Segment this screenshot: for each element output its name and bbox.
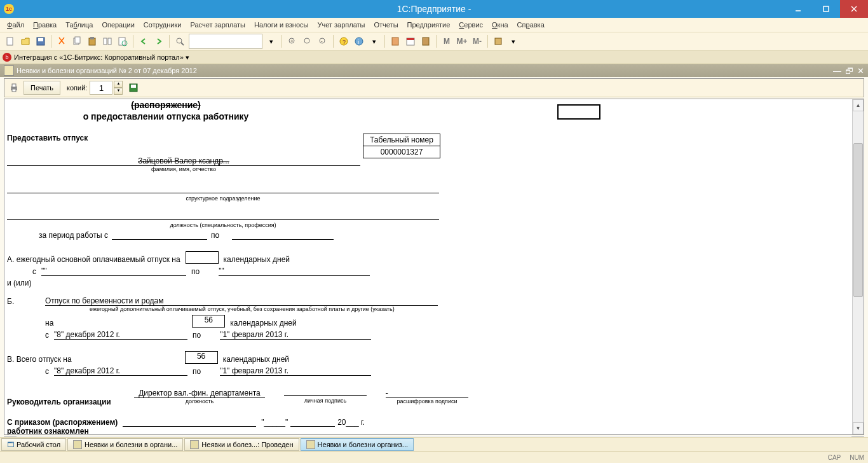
calc-icon[interactable] [388,34,402,48]
menu-operations[interactable]: Операции [97,20,139,30]
menu-service[interactable]: Сервис [454,20,487,30]
copies-spinner[interactable]: ▲▼ [114,81,123,95]
menu-edit[interactable]: Правка [29,20,61,30]
svg-rect-11 [104,38,107,45]
menu-file[interactable]: Файл [3,20,29,30]
compare-icon[interactable] [100,34,114,48]
vertical-scrollbar[interactable]: ▲ ▼ [852,99,864,434]
menu-help[interactable]: Справка [513,20,549,30]
tab-number-header: Табельный номер [363,134,440,146]
status-num: NUM [850,454,864,461]
print-preview-icon[interactable] [116,34,130,48]
status-cap: CAP [828,454,841,461]
svg-text:+: + [290,38,294,44]
open-icon[interactable] [18,34,32,48]
memory-m-button[interactable]: M [440,34,454,48]
minimize-button[interactable] [784,0,812,18]
position-caption: должность (специальность, профессия) [7,222,439,228]
menu-employees[interactable]: Сотрудники [139,20,186,30]
leave-type-caption: ежегодный дополнительный оплачиваемый от… [45,306,522,312]
menu-enterprise[interactable]: Предприятие [403,20,455,30]
window-title: 1C:Предприятие - [0,4,868,14]
bitrix-label: Интеграция с «1С-Битрикс: Корпоративный … [14,53,189,62]
zoom-in-icon[interactable]: + [285,34,299,48]
svg-point-15 [177,38,182,43]
status-bar: CAP NUM [0,451,868,463]
menu-windows[interactable]: Окна [487,20,513,30]
sig-position-caption: должность [134,398,265,404]
section-v-label: В. Всего отпуск на [7,355,72,364]
section-b-label: Б. [7,297,45,306]
scroll-up-icon[interactable]: ▲ [853,99,864,111]
leave-type-text: Отпуск по беременности и родам [45,296,438,306]
scroll-thumb[interactable] [853,143,863,297]
paste-icon[interactable] [85,34,99,48]
new-doc-icon[interactable] [3,34,17,48]
memory-mplus-button[interactable]: M+ [455,34,469,48]
date-to-total: "1" февраля 2013 г. [220,366,371,376]
copies-input[interactable] [90,81,112,95]
menu-table[interactable]: Таблица [61,20,97,30]
dept-caption: структурное подразделение [7,195,439,202]
taskbar-tab-2[interactable]: Неявки и болез...: Проведен [184,438,299,451]
search-input[interactable] [189,34,262,49]
clipboard-icon[interactable] [419,34,433,48]
taskbar-tab-3[interactable]: Неявки и болезни организ... [301,438,414,451]
cut-icon[interactable] [55,34,69,48]
print-toolbar: Печать копий: ▲▼ [4,79,864,97]
print-button[interactable]: Печать [24,81,60,95]
calendar-icon[interactable] [403,34,417,48]
bitrix-panel[interactable]: b Интеграция с «1С-Битрикс: Корпоративны… [0,51,868,64]
date-to-b: "1" февраля 2013 г. [220,330,371,340]
taskbar-tab-desktop[interactable]: 🗔 Рабочий стол [1,438,66,451]
redo-icon[interactable] [152,34,166,48]
document-tab-header: Неявки и болезни организаций № 2 от 07 д… [0,64,868,77]
taskbar-tab-1[interactable]: Неявки и болезни в органи... [67,438,183,451]
svg-rect-4 [7,38,13,45]
copies-label: копий: [67,84,87,92]
save-print-icon[interactable] [128,82,139,93]
svg-point-24 [355,38,363,45]
svg-rect-33 [12,89,16,92]
bitrix-icon: b [3,53,11,62]
svg-text:-: - [321,38,323,44]
maximize-button[interactable] [812,0,840,18]
zoom-default-icon[interactable] [301,34,315,48]
order-header: (распоряжение) о предоставлении отпуска … [39,99,293,122]
code-box [557,104,600,120]
document-icon [190,440,199,449]
menu-accounting[interactable]: Учет зарплаты [313,20,369,30]
days-total-box: 56 [185,351,218,364]
close-button[interactable] [840,0,868,18]
days-b-box: 56 [192,315,225,328]
search-dropdown-icon[interactable]: ▾ [264,34,278,48]
date-from-total: "8" декабря 2012 г. [54,366,187,376]
period-label: за период работы с [39,231,108,240]
memory-mminus-button[interactable]: M- [470,34,484,48]
head-position-value: Директор вал.-фин. департамента [134,389,265,398]
printer-icon[interactable] [8,82,20,93]
svg-text:?: ? [342,39,346,45]
tab-restore-icon[interactable]: 🗗 [845,66,853,76]
undo-icon[interactable] [137,34,151,48]
zoom-out-icon[interactable]: - [316,34,330,48]
main-menu: Файл Правка Таблица Операции Сотрудники … [0,18,868,32]
sig-signature-caption: личная подпись [284,397,367,404]
tab-number-value: 0000001327 [363,146,440,158]
save-icon[interactable] [34,34,48,48]
menu-payroll[interactable]: Расчет зарплаты [186,20,250,30]
copy-icon[interactable] [70,34,84,48]
svg-rect-30 [495,38,501,45]
menu-reports[interactable]: Отчеты [370,20,403,30]
tab-minimize-icon[interactable]: — [833,66,841,76]
settings-dropdown-icon[interactable]: ▾ [506,34,520,48]
menu-taxes[interactable]: Налоги и взносы [250,20,313,30]
info-icon[interactable]: i [352,34,366,48]
svg-line-16 [181,43,184,45]
info-dropdown-icon[interactable]: ▾ [367,34,381,48]
tab-close-icon[interactable]: ✕ [857,66,864,76]
find-icon[interactable] [173,34,187,48]
settings-icon[interactable] [491,34,505,48]
help-icon[interactable]: ? [337,34,351,48]
scroll-down-icon[interactable]: ▼ [853,422,864,434]
